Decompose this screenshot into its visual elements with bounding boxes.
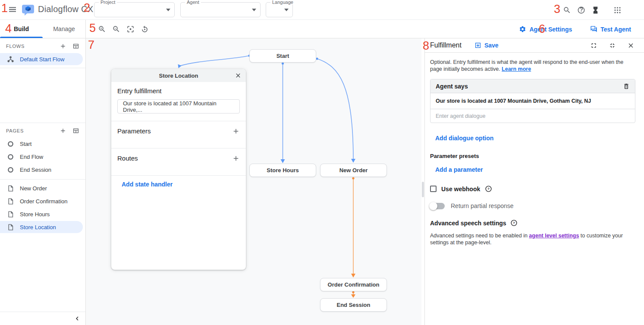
return-partial-response-toggle[interactable]	[430, 203, 445, 209]
close-panel-icon[interactable]	[627, 42, 635, 49]
sidebar-item-store-hours-page[interactable]: Store Hours	[0, 208, 83, 220]
save-button[interactable]: Save	[474, 42, 499, 49]
flows-header: FLOWS	[0, 38, 85, 52]
page-circle-icon	[7, 140, 14, 148]
routes-label: Routes	[117, 155, 138, 162]
add-flow-icon[interactable]	[60, 43, 66, 50]
sidebar-item-end-flow-page[interactable]: End Flow	[0, 151, 83, 163]
test-agent-button[interactable]: Test Agent	[587, 24, 634, 35]
flow-item-label: Default Start Flow	[20, 56, 64, 63]
advanced-settings-note: Advanced settings need to be enabled in …	[430, 232, 635, 246]
routes-row[interactable]: Routes	[117, 148, 240, 168]
toggle-knob	[429, 202, 437, 210]
close-icon[interactable]	[235, 72, 242, 79]
tab-build[interactable]: Build	[0, 20, 43, 38]
agent-settings-button[interactable]: Agent Settings	[516, 24, 575, 35]
save-label: Save	[484, 42, 499, 49]
add-page-icon[interactable]	[60, 127, 66, 134]
reset-zoom-icon[interactable]	[141, 25, 149, 33]
document-icon	[7, 185, 14, 192]
pages-header-label: PAGES	[6, 128, 53, 133]
add-parameter-icon[interactable]	[232, 127, 240, 135]
add-route-icon[interactable]	[232, 155, 240, 162]
sidebar: FLOWS Default Start Flow PAGES	[0, 38, 86, 325]
parameters-label: Parameters	[117, 127, 151, 135]
menu-icon[interactable]	[9, 6, 16, 13]
webhook-help-icon[interactable]: ?	[485, 185, 492, 192]
agent-says-header: Agent says	[430, 79, 635, 93]
zoom-in-icon[interactable]	[98, 25, 106, 33]
help-icon[interactable]	[577, 6, 585, 14]
search-icon[interactable]	[563, 6, 571, 14]
sidebar-item-end-session-page[interactable]: End Session	[0, 164, 83, 176]
app-title: Dialogflow CX	[38, 4, 93, 14]
store-location-card: Store Location Entry fulfillment Our sto…	[111, 69, 246, 270]
view-tabs: Build Manage	[0, 20, 86, 38]
flow-canvas[interactable]: Start Store Hours New Order Order Confir…	[86, 38, 421, 325]
agent-dialogue-input[interactable]	[436, 113, 630, 119]
flows-table-view-icon[interactable]	[72, 43, 79, 50]
fulfillment-title: Fulfillment	[430, 41, 462, 49]
project-select[interactable]: Project	[94, 2, 175, 17]
entry-fulfillment-field[interactable]: Our store is located at 1007 Mountain Dr…	[117, 99, 240, 114]
tab-manage-label: Manage	[53, 25, 75, 32]
fullscreen-icon[interactable]	[590, 42, 597, 49]
learn-more-link[interactable]: Learn more	[502, 66, 531, 72]
node-label: Order Confirmation	[328, 281, 380, 288]
flow-icon	[7, 56, 14, 63]
add-state-handler-link[interactable]: Add state handler	[117, 181, 240, 188]
node-store-hours[interactable]: Store Hours	[249, 164, 316, 177]
panel-resize-handle[interactable]	[422, 182, 424, 197]
use-webhook-checkbox[interactable]	[430, 186, 437, 192]
sidebar-empty-space	[0, 234, 85, 312]
top-app-bar: Dialogflow CX Project Agent Language	[0, 0, 644, 20]
store-location-card-body: Entry fulfillment Our store is located a…	[111, 87, 246, 188]
node-start[interactable]: Start	[249, 49, 316, 63]
fulfillment-panel-body: Optional. Entry fulfillment is what the …	[425, 53, 644, 246]
add-dialogue-option-link[interactable]: Add dialogue option	[435, 135, 635, 142]
pages-header: PAGES	[0, 123, 85, 137]
tab-manage[interactable]: Manage	[43, 20, 85, 38]
center-focus-icon[interactable]	[126, 25, 135, 33]
node-order-confirmation[interactable]: Order Confirmation	[320, 278, 387, 291]
parameters-row[interactable]: Parameters	[117, 121, 240, 141]
chevron-down-icon	[252, 9, 256, 11]
agent-level-settings-link[interactable]: agent level settings	[529, 233, 579, 239]
sidebar-item-start-page[interactable]: Start	[0, 138, 83, 150]
node-end-session[interactable]: End Session	[320, 298, 387, 312]
advanced-speech-settings-row: Advanced speech settings ?	[430, 219, 635, 227]
sidebar-item-default-start-flow[interactable]: Default Start Flow	[0, 53, 83, 65]
sidebar-item-order-confirmation-page[interactable]: Order Confirmation	[0, 195, 83, 207]
node-label: Start	[276, 53, 289, 59]
apps-grid-icon[interactable]	[613, 6, 622, 14]
collapse-sidebar-icon[interactable]	[73, 315, 81, 322]
hourglass-icon[interactable]	[591, 6, 600, 14]
pages-table-view-icon[interactable]	[72, 127, 79, 134]
advanced-speech-settings-label: Advanced speech settings	[430, 220, 506, 227]
panel-resizer	[421, 38, 425, 325]
page-item-label: End Session	[20, 167, 51, 173]
pages-section: PAGES Start End Flow End Session	[0, 123, 85, 234]
sidebar-item-new-order-page[interactable]: New Order	[0, 182, 83, 194]
agent-says-title: Agent says	[436, 83, 623, 90]
use-webhook-label: Use webhook	[441, 186, 480, 192]
node-new-order[interactable]: New Order	[320, 164, 387, 177]
agent-says-message[interactable]: Our store is located at 1007 Mountain Dr…	[430, 93, 635, 109]
fullscreen-exit-icon[interactable]	[609, 42, 616, 49]
language-select[interactable]: Language	[266, 2, 293, 17]
document-icon	[7, 198, 14, 205]
delete-icon[interactable]	[623, 83, 630, 90]
zoom-out-icon[interactable]	[112, 25, 120, 33]
language-select-label: Language	[270, 0, 295, 5]
test-agent-label: Test Agent	[600, 26, 631, 33]
store-location-card-header[interactable]: Store Location	[111, 69, 246, 82]
agent-select[interactable]: Agent	[180, 2, 261, 17]
save-icon	[474, 42, 481, 49]
flows-header-label: FLOWS	[6, 44, 53, 49]
page-circle-icon	[7, 166, 14, 174]
add-a-parameter-link[interactable]: Add a parameter	[435, 166, 635, 173]
speech-settings-help-icon[interactable]: ?	[510, 219, 518, 227]
return-partial-response-label: Return partial response	[451, 202, 514, 209]
chevron-down-icon	[284, 9, 289, 11]
sidebar-item-store-location-page[interactable]: Store Location	[0, 221, 83, 233]
